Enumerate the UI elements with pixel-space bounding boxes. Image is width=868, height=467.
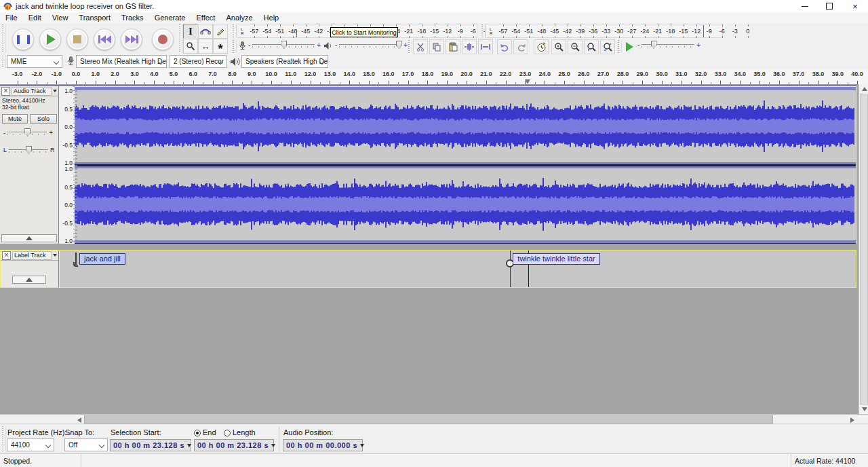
label-track-content[interactable]: jack and jilltwinkle twinkle little star [60, 250, 856, 287]
vertical-scrollbar[interactable] [859, 84, 868, 414]
menu-item-help[interactable]: Help [258, 14, 285, 22]
length-radio[interactable]: Length [224, 428, 256, 436]
clip-left-edge[interactable] [75, 90, 77, 240]
recording-channels-select[interactable]: 2 (Stereo) Recor [170, 55, 226, 68]
playback-meter[interactable]: L R -57-54-51-48-45-42-39-36-33-30-27-24… [486, 24, 723, 38]
field-dropdown-icon[interactable] [271, 444, 275, 447]
fit-selection-button[interactable] [584, 39, 599, 54]
zoom-in-button[interactable] [551, 39, 566, 54]
mixer-toolbar-grabber[interactable] [231, 40, 237, 53]
zoom-out-button[interactable] [568, 39, 583, 54]
gain-track[interactable] [7, 128, 47, 136]
redo-button[interactable] [513, 39, 528, 54]
field-dropdown-icon[interactable] [187, 444, 191, 447]
vertical-scroll-thumb[interactable] [860, 94, 868, 405]
label-marker-line[interactable] [510, 250, 511, 287]
selection-toolbar-grabber[interactable] [1, 426, 6, 452]
transport-toolbar-grabber[interactable] [1, 24, 6, 53]
playback-device-select[interactable]: Speakers (Realtek High Defin [241, 55, 328, 68]
pan-thumb[interactable] [26, 146, 32, 154]
skip-to-start-button[interactable] [94, 29, 115, 50]
paste-button[interactable] [446, 39, 460, 54]
undo-button[interactable] [497, 39, 512, 54]
menu-item-edit[interactable]: Edit [23, 14, 47, 22]
length-radio-icon[interactable] [224, 430, 231, 436]
play-button[interactable] [39, 29, 61, 50]
project-rate-select[interactable]: 44100 [7, 438, 54, 451]
menu-item-file[interactable]: File [0, 14, 23, 22]
output-volume-slider[interactable]: - + [335, 41, 408, 49]
audio-track-title[interactable]: Audio Track [12, 87, 52, 96]
horizontal-scroll-thumb[interactable] [84, 415, 773, 424]
gain-thumb[interactable] [24, 128, 31, 136]
play-at-speed-button[interactable] [622, 39, 637, 54]
restore-button[interactable] [818, 0, 841, 12]
copy-button[interactable] [429, 39, 444, 54]
trim-audio-button[interactable] [462, 39, 477, 54]
speed-track[interactable] [642, 41, 694, 49]
scroll-down-arrow-icon[interactable] [862, 407, 867, 411]
field-dropdown-icon[interactable] [360, 444, 364, 447]
sync-lock-button[interactable] [534, 39, 549, 54]
transcription-toolbar-grabber[interactable] [616, 40, 622, 53]
track-menu-arrow-icon[interactable] [53, 90, 57, 92]
end-radio-icon[interactable] [194, 430, 201, 436]
input-volume-thumb[interactable] [281, 41, 287, 49]
scroll-left-arrow-icon[interactable] [77, 417, 81, 423]
mute-button[interactable]: Mute [2, 114, 28, 124]
envelope-tool-button[interactable] [198, 24, 213, 39]
selection-start-field[interactable]: 00 h 00 m 23.128 s [110, 439, 191, 451]
audio-track-close-button[interactable]: X [1, 87, 10, 96]
menu-item-analyze[interactable]: Analyze [220, 14, 258, 22]
close-button[interactable]: × [844, 0, 867, 12]
input-volume-slider[interactable]: - + [248, 41, 321, 49]
label-marker-icon[interactable] [75, 253, 77, 265]
vertical-scale-ruler[interactable]: 1.00.50.0-0.51.01.00.50.0-0.51.0 [59, 86, 75, 244]
fit-project-button[interactable] [600, 39, 615, 54]
label-chip[interactable]: jack and jill [79, 253, 125, 265]
label-track-collapse-button[interactable] [12, 276, 46, 284]
waveform-area[interactable] [75, 86, 856, 244]
input-volume-track[interactable] [252, 41, 315, 49]
record-meter-grabber[interactable] [231, 24, 237, 37]
label-track-title[interactable]: Label Track [12, 251, 52, 260]
end-radio[interactable]: End [194, 428, 216, 436]
gain-slider[interactable]: - + [3, 128, 53, 136]
snap-to-select[interactable]: Off [64, 438, 108, 451]
selection-tool-button[interactable]: I [183, 24, 198, 39]
horizontal-scrollbar[interactable] [0, 414, 868, 424]
stop-button[interactable] [66, 29, 88, 50]
menu-item-view[interactable]: View [47, 14, 74, 22]
track-menu-arrow-icon[interactable] [53, 254, 57, 257]
device-toolbar-grabber[interactable] [1, 56, 6, 68]
pan-slider[interactable]: L R [3, 146, 55, 154]
minimize-button[interactable] [793, 0, 816, 12]
multi-tool-button[interactable]: * [213, 39, 228, 54]
zoom-tool-button[interactable] [183, 39, 198, 54]
timeline-ruler[interactable]: -3.0-2.0-1.00.01.02.03.04.05.06.07.08.09… [0, 69, 868, 86]
audio-host-select[interactable]: MME [7, 55, 62, 68]
playback-speed-slider[interactable]: - + [637, 41, 701, 49]
speed-thumb[interactable] [651, 41, 657, 49]
recording-device-select[interactable]: Stereo Mix (Realtek High Defi [76, 55, 167, 68]
label-chip[interactable]: twinkle twinkle little star [513, 253, 599, 265]
output-volume-thumb[interactable] [396, 41, 402, 49]
output-volume-track[interactable] [339, 41, 401, 49]
timeshift-tool-button[interactable]: ↔ [198, 39, 213, 54]
menu-item-generate[interactable]: Generate [149, 14, 191, 22]
silence-audio-button[interactable] [478, 39, 493, 54]
waveform-channel-left[interactable] [75, 90, 856, 162]
record-button[interactable] [152, 29, 174, 50]
draw-tool-button[interactable] [213, 24, 228, 39]
audio-position-field[interactable]: 00 h 00 m 00.000 s [283, 439, 363, 451]
label-track-close-button[interactable]: X [2, 251, 11, 260]
skip-to-end-button[interactable] [121, 29, 142, 50]
pause-button[interactable] [12, 29, 34, 50]
solo-button[interactable]: Solo [30, 114, 57, 124]
waveform-channel-right[interactable] [75, 168, 856, 240]
menu-item-effect[interactable]: Effect [191, 14, 221, 22]
scroll-right-arrow-icon[interactable] [850, 417, 854, 423]
menu-item-tracks[interactable]: Tracks [116, 14, 149, 22]
cut-button[interactable] [413, 39, 428, 54]
tools-toolbar-grabber[interactable] [178, 24, 183, 53]
